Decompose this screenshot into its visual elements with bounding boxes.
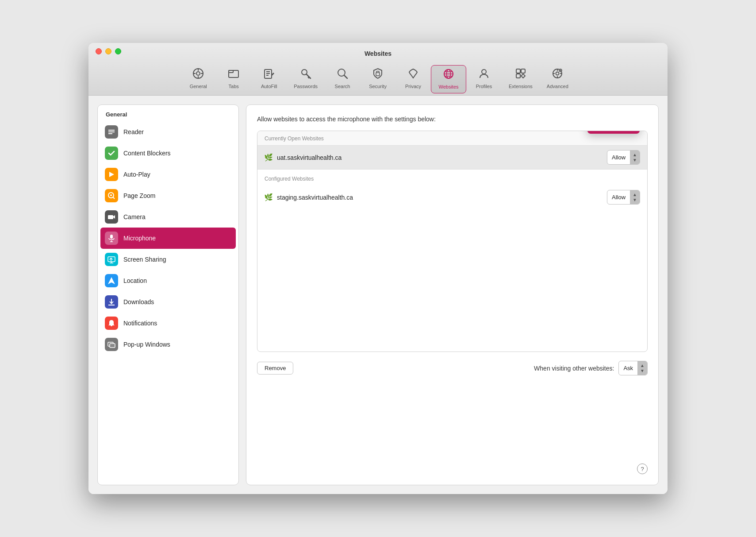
toolbar-label-advanced: Advanced [547, 84, 568, 89]
table-row[interactable]: 🌿 uat.saskvirtualhealth.ca Allow ▲ ▼ [257, 146, 647, 169]
passwords-icon [300, 68, 311, 82]
site-favicon: 🌿 [265, 154, 272, 162]
permission-selector[interactable]: Allow ▲ ▼ [607, 150, 640, 165]
location-icon [105, 274, 118, 287]
camera-icon [105, 210, 118, 224]
configured-permission-arrow[interactable]: ▲ ▼ [630, 190, 640, 204]
svg-rect-24 [516, 69, 520, 73]
svg-rect-36 [108, 130, 115, 131]
toolbar-item-tabs[interactable]: Tabs [216, 65, 251, 93]
advanced-icon [552, 68, 563, 82]
bottom-bar: Remove When visiting other websites: Ask… [257, 361, 648, 375]
sidebar-item-downloads[interactable]: Downloads [98, 291, 238, 313]
toolbar-item-general[interactable]: General [180, 65, 216, 93]
notifications-icon [105, 317, 118, 330]
svg-point-23 [482, 70, 486, 74]
toolbar-item-passwords[interactable]: Passwords [287, 65, 325, 93]
reader-icon [105, 125, 118, 139]
downloads-icon [105, 295, 118, 309]
panel-description: Allow websites to access the microphone … [257, 116, 648, 123]
sidebar-label-page-zoom: Page Zoom [123, 192, 155, 199]
main-panel: Allow websites to access the microphone … [246, 104, 659, 485]
toolbar-item-extensions[interactable]: Extensions [502, 65, 540, 93]
content-blockers-icon [105, 147, 118, 160]
sidebar-label-reader: Reader [123, 128, 144, 135]
general-icon [192, 68, 204, 82]
dropdown-option-allow[interactable]: ✓ Allow [587, 131, 640, 134]
svg-marker-53 [108, 277, 115, 284]
toolbar-item-websites[interactable]: Websites [431, 65, 466, 93]
maximize-button[interactable] [115, 48, 121, 54]
sidebar-item-page-zoom[interactable]: Page Zoom [98, 185, 238, 206]
toolbar-label-websites: Websites [438, 84, 458, 89]
svg-marker-39 [109, 172, 114, 177]
microphone-icon [105, 232, 118, 245]
toolbar-item-search[interactable]: Search [325, 65, 360, 93]
sidebar-item-screen-sharing[interactable]: Screen Sharing [98, 249, 238, 270]
svg-rect-46 [110, 235, 113, 239]
sidebar-label-popup-windows: Pop-up Windows [123, 341, 170, 348]
sidebar-item-auto-play[interactable]: Auto-Play [98, 164, 238, 185]
sidebar-item-microphone[interactable]: Microphone [100, 228, 236, 249]
sidebar-item-content-blockers[interactable]: Content Blockers [98, 143, 238, 164]
toolbar-item-autofill[interactable]: AutoFill [251, 65, 287, 93]
toolbar-item-security[interactable]: Security [360, 65, 395, 93]
svg-rect-57 [110, 344, 115, 348]
configured-website-url: staging.saskvirtualhealth.ca [277, 194, 353, 201]
svg-point-1 [196, 72, 200, 75]
sidebar-item-location[interactable]: Location [98, 270, 238, 291]
toolbar-label-search: Search [335, 84, 350, 89]
configured-website-info: 🌿 staging.saskvirtualhealth.ca [265, 193, 353, 201]
help-button[interactable]: ? [637, 464, 648, 474]
websites-section: Currently Open Websites 🌿 uat.saskvirtua… [257, 131, 648, 352]
auto-play-icon [105, 168, 118, 181]
toolbar-label-extensions: Extensions [509, 84, 533, 89]
screen-sharing-icon [105, 253, 118, 266]
sidebar: General Reader [97, 104, 239, 485]
svg-rect-37 [108, 131, 115, 132]
toolbar-label-autofill: AutoFill [261, 84, 277, 89]
search-icon [337, 68, 348, 82]
sidebar-item-reader[interactable]: Reader [98, 121, 238, 143]
titlebar: Websites General [88, 43, 668, 96]
svg-rect-38 [108, 133, 112, 134]
sidebar-item-camera[interactable]: Camera [98, 206, 238, 228]
toolbar-label-tabs: Tabs [229, 84, 239, 89]
svg-line-16 [344, 75, 347, 78]
website-info: 🌿 uat.saskvirtualhealth.ca [265, 154, 342, 162]
content-area: General Reader [88, 96, 668, 494]
configured-permission-selector[interactable]: Allow ▲ ▼ [607, 190, 640, 205]
svg-rect-7 [229, 70, 233, 73]
sidebar-label-downloads: Downloads [123, 298, 154, 305]
popup-windows-icon [105, 338, 118, 351]
other-websites-selector[interactable]: Ask ▲ ▼ [618, 361, 648, 375]
sidebar-label-camera: Camera [123, 213, 146, 220]
svg-line-43 [113, 197, 115, 199]
close-button[interactable] [96, 48, 102, 54]
svg-marker-45 [113, 215, 115, 219]
sidebar-item-popup-windows[interactable]: Pop-up Windows [98, 334, 238, 355]
sidebar-item-notifications[interactable]: Notifications [98, 313, 238, 334]
other-websites-arrow[interactable]: ▲ ▼ [637, 361, 647, 375]
page-zoom-icon [105, 189, 118, 202]
configured-row[interactable]: 🌿 staging.saskvirtualhealth.ca Allow ▲ ▼ [257, 185, 647, 209]
permission-selector-container: Allow ▲ ▼ Ask Deny [607, 150, 640, 165]
security-icon [372, 68, 384, 82]
permission-arrow[interactable]: ▲ ▼ [630, 151, 640, 164]
toolbar-item-privacy[interactable]: Privacy [395, 65, 431, 93]
minimize-button[interactable] [105, 48, 111, 54]
autofill-icon [263, 68, 275, 82]
sidebar-label-content-blockers: Content Blockers [123, 150, 171, 157]
websites-icon [443, 68, 454, 82]
privacy-icon [407, 68, 419, 82]
configured-favicon: 🌿 [265, 193, 272, 201]
toolbar-label-general: General [190, 84, 207, 89]
toolbar-item-advanced[interactable]: Advanced [540, 65, 576, 93]
sidebar-label-microphone: Microphone [123, 235, 156, 242]
sidebar-label-auto-play: Auto-Play [123, 171, 150, 178]
website-url: uat.saskvirtualhealth.ca [277, 154, 342, 161]
svg-rect-26 [516, 74, 520, 78]
remove-button[interactable]: Remove [257, 362, 293, 375]
configured-permission-value: Allow [607, 192, 630, 202]
toolbar-item-profiles[interactable]: Profiles [466, 65, 502, 93]
